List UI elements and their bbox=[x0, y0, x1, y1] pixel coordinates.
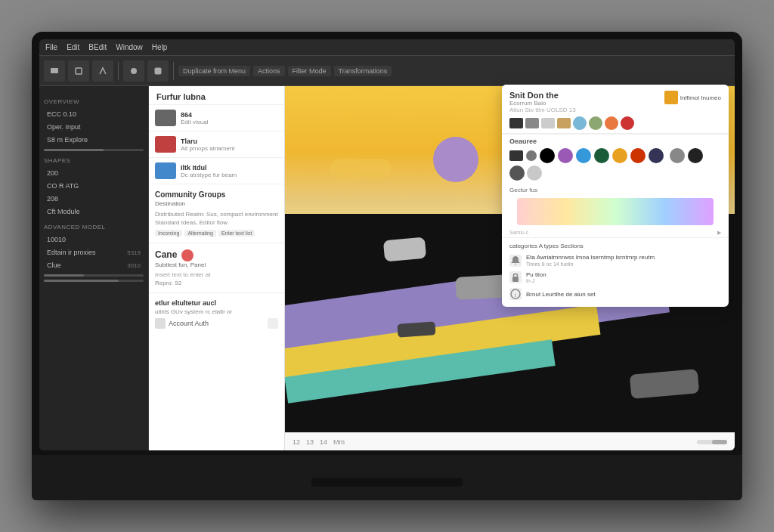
swatch-tan[interactable] bbox=[557, 118, 571, 128]
panel-options-section: categories A types Sections Eta Awriatmn… bbox=[502, 237, 729, 307]
move-tool-button[interactable] bbox=[44, 60, 65, 82]
swatch-green-circle[interactable] bbox=[589, 116, 602, 130]
gradient-label: Gectur fus bbox=[509, 187, 721, 193]
art-rect-1 bbox=[383, 237, 426, 262]
panel-option-2[interactable]: i Brnut Leurtlhe de alun set bbox=[509, 286, 721, 302]
layers-panel-title: Furfur lubna bbox=[149, 86, 284, 105]
right-panel-title: Snit Don the bbox=[509, 91, 576, 100]
sidebar-slider-2[interactable] bbox=[44, 274, 144, 277]
layer-thumb-tlaru bbox=[155, 136, 176, 153]
scroll-bar[interactable] bbox=[697, 440, 727, 444]
left-sidebar: Overview ECC 0.10 Oper. Input S8 m Explo… bbox=[39, 86, 149, 450]
cane-subdetail: Repro: 92 bbox=[155, 280, 278, 286]
sidebar-item-clue[interactable]: Clue 3010 bbox=[44, 259, 144, 271]
shape-tool-button[interactable] bbox=[147, 60, 169, 82]
dec-extra-1[interactable] bbox=[509, 165, 525, 181]
dec-swatch-black[interactable] bbox=[540, 148, 555, 163]
info-icon: i bbox=[509, 288, 522, 300]
menu-window[interactable]: Window bbox=[116, 43, 143, 51]
select-tool-button[interactable] bbox=[68, 60, 89, 82]
gradient-bar[interactable] bbox=[517, 198, 714, 225]
dec-swatch-purple[interactable] bbox=[558, 148, 573, 163]
bottom-section: etlur eltultetur aucl ultrils GUv system… bbox=[149, 293, 284, 335]
dec-swatch-darkred[interactable] bbox=[630, 148, 646, 163]
bottom-action[interactable]: Account Auth bbox=[169, 320, 209, 327]
right-floating-panel[interactable]: Snit Don the Ecorrum Balo Altun Sio tilm… bbox=[502, 85, 729, 307]
swatch-orange-circle[interactable] bbox=[605, 116, 618, 130]
dec-swatch-2[interactable] bbox=[526, 150, 537, 161]
sidebar-shapes-title: Shapes bbox=[44, 157, 144, 164]
art-cloud-1 bbox=[330, 159, 391, 178]
panel-option-0[interactable]: Eta Awriatmnrwss Imna lserntmp lsrntmrp … bbox=[509, 252, 721, 269]
layer-info-iltk: Iltk Itdul Dc atrstype fur beam bbox=[181, 164, 278, 178]
bottom-action-btn[interactable] bbox=[268, 318, 278, 329]
toolbar-label-1[interactable]: Duplicate from Menu bbox=[178, 66, 250, 76]
sidebar-item-explore[interactable]: S8 m Explore bbox=[44, 134, 144, 146]
community-tags: Incoming Alternating Enter text list bbox=[155, 230, 278, 237]
dec-swatch-navy[interactable] bbox=[649, 148, 664, 163]
layer-thumb-864 bbox=[155, 110, 176, 126]
sidebar-item-ecc[interactable]: ECC 0.10 bbox=[44, 108, 144, 120]
menu-file[interactable]: File bbox=[45, 43, 57, 51]
layer-item-864[interactable]: 864 Edit visual bbox=[149, 105, 284, 131]
dec-swatch-1[interactable] bbox=[509, 150, 523, 161]
svg-rect-3 bbox=[155, 67, 162, 74]
selected-label: Inlfimol Inumeo bbox=[680, 94, 721, 101]
page-num-13[interactable]: 13 bbox=[306, 438, 314, 446]
sidebar-item-coratg[interactable]: CO R ATG bbox=[44, 180, 144, 192]
panel-option-0-sub: Times 8 oc 14 fuelin bbox=[526, 261, 721, 267]
sidebar-slider-1[interactable] bbox=[44, 149, 144, 151]
bottom-icon bbox=[155, 318, 166, 329]
cane-dot bbox=[181, 249, 194, 261]
dec-swatch-darkgreen[interactable] bbox=[594, 148, 609, 163]
layer-item-tlaru[interactable]: Tlaru Alt prnops atriament bbox=[149, 131, 284, 158]
panel-option-2-label: Brnut Leurtlhe de alun set bbox=[526, 291, 721, 298]
sidebar-item-cft[interactable]: Cft Module bbox=[44, 206, 144, 218]
layer-desc-tlaru: Alt prnops atriament bbox=[181, 145, 278, 152]
svg-rect-0 bbox=[51, 68, 58, 73]
toolbar-label-2[interactable]: Actions bbox=[253, 66, 285, 76]
lock-icon bbox=[509, 271, 522, 283]
dec-swatch-gray[interactable] bbox=[670, 148, 685, 163]
sidebar-item-200[interactable]: 200 bbox=[44, 167, 144, 179]
menu-bedit[interactable]: BEdit bbox=[88, 43, 107, 51]
page-num-12[interactable]: 12 bbox=[293, 438, 300, 446]
menu-help[interactable]: Help bbox=[152, 43, 168, 51]
swatch-mid[interactable] bbox=[525, 118, 539, 128]
pen-tool-button[interactable] bbox=[92, 60, 113, 82]
bottom-pagination-bar: 12 13 14 Mm bbox=[285, 432, 735, 450]
bottom-section-title: etlur eltultetur aucl bbox=[155, 299, 278, 307]
cane-title: Cane bbox=[155, 249, 177, 260]
right-panel-sub: Ecorrum Balo bbox=[509, 100, 576, 107]
color-preview-swatch bbox=[664, 91, 678, 104]
dec-swatch-amber[interactable] bbox=[612, 148, 627, 163]
dec-swatch-blue[interactable] bbox=[576, 148, 591, 163]
swatch-dark[interactable] bbox=[509, 118, 523, 128]
community-description: Distributed Realm: Sus, compact environm… bbox=[155, 210, 278, 227]
sidebar-item-edtain[interactable]: Edtain ir proxies 5319 bbox=[44, 246, 144, 258]
panel-option-1[interactable]: Pu tlion In J bbox=[509, 269, 721, 286]
menu-edit[interactable]: Edit bbox=[67, 43, 79, 51]
toolbar-label-3[interactable]: Filter Mode bbox=[288, 66, 331, 76]
toolbar-sep-2 bbox=[173, 62, 174, 80]
swatch-light[interactable] bbox=[541, 118, 555, 128]
toolbar-label-4[interactable]: Transformations bbox=[334, 66, 392, 76]
page-num-14[interactable]: 14 bbox=[320, 438, 327, 446]
monitor-stand-base bbox=[311, 478, 463, 487]
community-tag-0[interactable]: Incoming bbox=[155, 230, 182, 237]
layer-item-iltk[interactable]: Iltk Itdul Dc atrstype fur beam bbox=[149, 158, 284, 184]
sidebar-slider-3[interactable] bbox=[44, 280, 144, 282]
sidebar-item-oper[interactable]: Oper. Input bbox=[44, 121, 144, 133]
brush-tool-button[interactable] bbox=[123, 60, 144, 82]
community-tag-2[interactable]: Enter text list bbox=[218, 230, 255, 237]
community-tag-1[interactable]: Alternating bbox=[184, 230, 215, 237]
swatch-blue-circle[interactable] bbox=[573, 116, 587, 130]
dec-extra-2[interactable] bbox=[527, 165, 542, 181]
swatch-red-circle[interactable] bbox=[621, 116, 634, 130]
sidebar-item-10010[interactable]: 10010 bbox=[44, 234, 144, 246]
bottom-section-sub: ultrils GUv system rc elaltr or bbox=[155, 308, 278, 315]
layer-name-tlaru: Tlaru bbox=[181, 138, 278, 145]
sidebar-item-208[interactable]: 208 bbox=[44, 193, 144, 205]
dec-swatch-darkgray[interactable] bbox=[688, 148, 703, 163]
cane-detail: Insert text to enter at bbox=[155, 271, 278, 278]
